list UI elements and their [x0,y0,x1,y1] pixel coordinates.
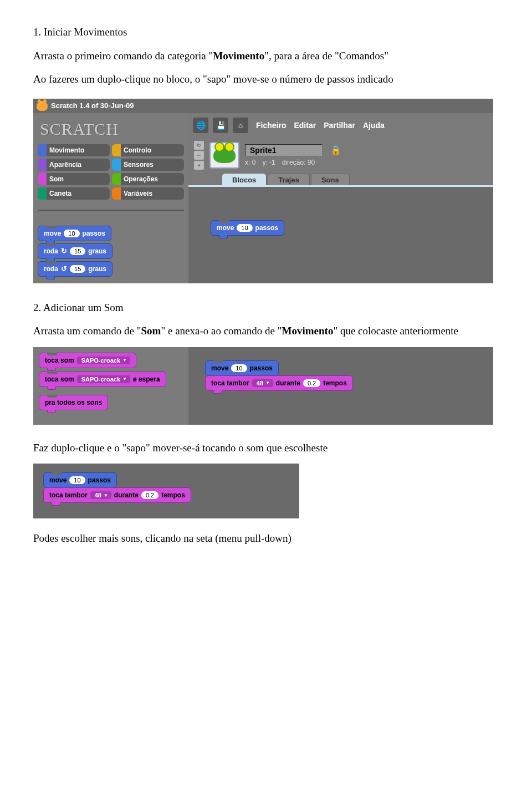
block-stop-sounds[interactable]: pra todos os sons [39,395,108,410]
menu-help[interactable]: Ajuda [363,121,385,130]
left-column: SCRATCH Movimento Controlo Aparência Sen… [33,113,188,283]
para-1a: Arrasta o primeiro comando da categoria … [33,50,213,62]
s2-tt-dd: 48 [257,380,263,386]
graus-label-1: graus [88,247,106,255]
chevron-down-icon: ▼ [122,376,127,381]
category-som[interactable]: Som [38,173,110,185]
category-caneta[interactable]: Caneta [38,187,110,200]
label-som: Som [49,175,64,183]
block-move-steps[interactable]: move 10 passos [38,226,111,241]
s3-tt-c: tempos [161,491,185,499]
category-variaveis[interactable]: Variáveis [112,187,184,200]
label-caneta: Caneta [49,190,71,197]
block-roda-ccw[interactable]: roda ↺ 15 graus [38,261,112,277]
home-icon[interactable]: ⌂ [233,118,248,133]
menu-edit[interactable]: Editar [294,121,316,130]
right-column: 🌐 💾 ⌂ Ficheiro Editar Partilhar Ajuda ↻ … [188,113,493,283]
swatch-som [38,173,47,185]
panel-sound-example: toca som SAPO-croack▼ toca som SAPO-croa… [33,347,493,425]
p3e: " que colocaste anteriormente [333,325,458,337]
menu-file[interactable]: Ficheiro [256,121,286,130]
p3c: " e anexa-o ao comando de " [161,325,282,337]
swatch-variaveis [112,187,121,200]
script-block-move[interactable]: move 10 passos [211,220,284,236]
script-area[interactable]: move 10 passos [188,185,493,283]
roda-ccw-input[interactable]: 15 [70,265,85,273]
lock-icon[interactable]: 🔒 [330,145,341,155]
save-icon[interactable]: 💾 [213,118,228,133]
para-1: Arrasta o primeiro comando da categoria … [33,48,499,64]
scratch-main: SCRATCH Movimento Controlo Aparência Sen… [33,113,493,283]
block-roda-cw[interactable]: roda ↻ 15 graus [38,243,112,259]
para-3: Arrasta um comando de "Som" e anexa-o ao… [33,323,499,339]
rotate-free-icon[interactable]: ↻ [194,141,204,150]
label-aparencia: Aparência [49,161,81,169]
stack2-move[interactable]: move 10 passos [205,360,279,376]
label-operacoes: Operações [124,175,158,183]
swatch-controlo [112,144,121,156]
dir-value: 90 [308,159,315,166]
b3: pra todos os sons [45,399,102,406]
stack3-tambor[interactable]: toca tambor 48▼ durante 0.2 tempos [43,487,191,503]
titlebar: Scratch 1.4 of 30-Jun-09 [33,99,493,113]
s3-tt-b: durante [114,491,139,499]
graus-label-2: graus [88,265,106,273]
stack2-tambor[interactable]: toca tambor 48▼ durante 0.2 tempos [205,375,353,391]
roda-cw-input[interactable]: 15 [70,247,85,255]
roda-label: roda [44,247,58,255]
sound-dropdown-1[interactable]: SAPO-croack▼ [77,357,130,364]
category-movimento[interactable]: Movimento [38,144,110,156]
frog-icon [213,147,236,163]
swatch-sensores [112,159,121,171]
script-move-input[interactable]: 10 [237,224,252,232]
roda-label-2: roda [44,265,58,273]
script-move-b: passos [255,224,278,232]
block-toca-som[interactable]: toca som SAPO-croack▼ [39,353,136,368]
s3-move-input[interactable]: 10 [69,476,85,484]
move-steps-input[interactable]: 10 [64,230,79,237]
rotation-tools: ↻ ↔ ▪ [194,141,204,170]
para-5: Podes escolher mais sons, clicando na se… [33,531,499,547]
panel2-left: toca som SAPO-croack▼ toca som SAPO-croa… [33,347,188,425]
category-operacoes[interactable]: Operações [112,173,184,185]
script-stack-2[interactable]: move 10 passos toca tambor 48▼ durante 0… [205,360,353,391]
script-stack-3[interactable]: move 10 passos toca tambor 48▼ durante 0… [43,472,191,503]
s3-tt-dd: 48 [95,492,101,498]
category-controlo[interactable]: Controlo [112,144,184,156]
s2-move-input[interactable]: 10 [231,364,247,372]
s2-tt-b: durante [276,379,300,387]
sound-dropdown-2[interactable]: SAPO-croack▼ [77,375,130,383]
sprite-name-input[interactable]: Sprite1 [245,144,323,156]
panel2-right[interactable]: move 10 passos toca tambor 48▼ durante 0… [188,347,493,425]
section2-heading: 2. Adicionar um Som [33,300,499,316]
tambor-dropdown[interactable]: 48▼ [252,379,273,387]
top-menu: 🌐 💾 ⌂ Ficheiro Editar Partilhar Ajuda [188,113,493,138]
p3b: Som [141,325,161,337]
stack3-move[interactable]: move 10 passos [43,472,117,488]
sprite-thumbnail[interactable] [209,142,239,169]
move-label-b: passos [83,230,105,237]
panel-result: move 10 passos toca tambor 48▼ durante 0… [33,464,299,518]
flip-lr-icon[interactable]: ↔ [194,151,204,160]
category-sensores[interactable]: Sensores [112,159,184,171]
menu-share[interactable]: Partilhar [324,121,355,130]
tambor-duration-input-2[interactable]: 0.2 [141,491,158,499]
chevron-down-icon: ▼ [122,358,127,363]
tab-sons[interactable]: Sons [311,173,350,185]
rotate-ccw-icon: ↺ [61,264,67,273]
tambor-dropdown-2[interactable]: 48▼ [90,491,111,499]
category-aparencia[interactable]: Aparência [38,159,110,171]
motion-block-palette: move 10 passos roda ↻ 15 graus roda ↺ [38,226,184,277]
block-toca-som-espera[interactable]: toca som SAPO-croack▼ e espera [39,372,166,387]
scratch-window: Scratch 1.4 of 30-Jun-09 SCRATCH Movimen… [33,99,493,283]
globe-icon[interactable]: 🌐 [193,118,208,133]
scratch-cat-icon [37,101,48,111]
label-variaveis: Variáveis [124,190,152,197]
no-rotate-icon[interactable]: ▪ [194,161,204,170]
s2-tt-c: tempos [323,379,347,387]
tab-blocos[interactable]: Blocos [222,173,267,185]
script-move-a: move [217,224,234,232]
tab-trajes[interactable]: Trajes [268,173,310,185]
scratch-logo: SCRATCH [40,120,184,139]
tambor-duration-input[interactable]: 0.2 [303,379,320,387]
